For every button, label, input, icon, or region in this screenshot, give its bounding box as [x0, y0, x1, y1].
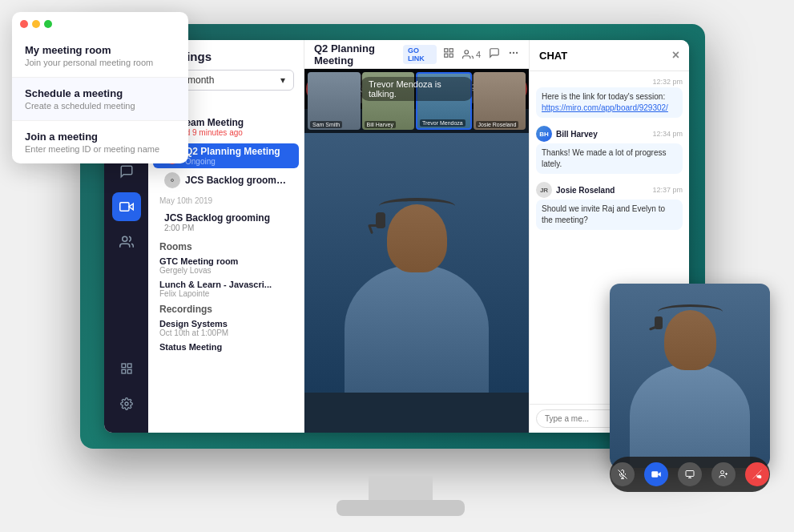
room-item-gtc[interactable]: GTC Meeting room Gergely Lovas	[148, 254, 304, 277]
svg-rect-34	[686, 471, 694, 477]
dropdown-item-schedule-title: Schedule a meeting	[25, 87, 175, 99]
self-view-controls	[610, 457, 770, 492]
sender-time-bill: 12:34 pm	[652, 130, 683, 138]
dropdown-menu: My meeting room Join your personal meeti…	[12, 12, 188, 163]
speaker-label: Trevor Mendoza is talking.	[361, 77, 473, 101]
svg-point-15	[517, 52, 518, 53]
svg-rect-12	[449, 54, 453, 57]
chat-sender-row-josie: JR Josie Roseland 12:37 pm	[536, 182, 683, 198]
svg-point-7	[125, 402, 128, 405]
jcs-backlog-row[interactable]: JCS Backlog grooming	[153, 170, 299, 191]
minimize-button[interactable]	[32, 20, 40, 28]
chevron-down-icon: ▾	[280, 75, 285, 86]
chat-close-button[interactable]: ×	[672, 48, 679, 62]
jcs-dated-title: JCS Backlog grooming	[164, 212, 288, 224]
participant-name-bill: Bill Harvey	[365, 121, 396, 128]
room-name-gtc: GTC Meeting room	[159, 256, 292, 266]
room-item-lunch[interactable]: Lunch & Learn - Javascri... Felix Lapoin…	[148, 277, 304, 300]
chat-message-system: 12:32 pm Here is the link for today's se…	[536, 78, 683, 118]
jcs-dated-item[interactable]: JCS Backlog grooming 2:00 PM	[153, 208, 299, 237]
svg-rect-3	[122, 364, 126, 368]
participant-thumb-josie[interactable]: Josie Roseland	[474, 72, 526, 130]
svg-rect-10	[449, 49, 453, 52]
chat-bubble-bill: Thanks! We made a lot of progress lately…	[536, 143, 683, 174]
chat-sender-row-bill: BH Bill Harvey 12:34 pm	[536, 126, 683, 142]
monitor-base	[337, 500, 465, 516]
q2-meeting-sub: Ongoing	[185, 157, 288, 166]
dropdown-item-myroom[interactable]: My meeting room Join your personal meeti…	[12, 34, 188, 78]
participant-count: 4	[476, 50, 481, 59]
svg-point-16	[510, 52, 510, 53]
maximize-button[interactable]	[44, 20, 52, 28]
q2-meeting-title: Q2 Planning Meeting	[185, 146, 288, 157]
sender-name-bill: Bill Harvey	[556, 130, 598, 139]
recording-name-status: Status Meeting	[159, 342, 292, 352]
recording-item-design[interactable]: Design Systems Oct 10th at 1:00PM	[148, 316, 304, 340]
svg-rect-6	[127, 369, 131, 373]
svg-marker-32	[658, 473, 661, 477]
chat-icon[interactable]	[489, 47, 500, 61]
sv-video-button[interactable]	[644, 462, 668, 486]
chat-link[interactable]: https://miro.com/app/board/929302/	[542, 103, 668, 112]
sender-name-josie: Josie Roseland	[556, 186, 615, 195]
chat-message-bill: BH Bill Harvey 12:34 pm Thanks! We made …	[536, 126, 683, 174]
dropdown-item-join-title: Join a meeting	[25, 131, 175, 143]
grid-view-icon[interactable]	[443, 47, 454, 61]
recordings-section-header: Recordings	[148, 300, 304, 316]
svg-point-14	[513, 52, 514, 53]
svg-rect-33	[652, 472, 659, 478]
recording-sub-design: Oct 10th at 1:00PM	[159, 328, 292, 337]
jcs-meeting-title: JCS Backlog grooming	[185, 175, 288, 186]
participants-icon[interactable]: 4	[462, 49, 481, 60]
participant-name-josie: Josie Roseland	[476, 121, 519, 128]
main-speaker-video	[304, 133, 529, 393]
close-button[interactable]	[20, 20, 28, 28]
svg-rect-9	[445, 49, 448, 52]
svg-point-37	[721, 471, 724, 474]
jcs-dated-sub: 2:00 PM	[164, 224, 288, 232]
dropdown-item-schedule[interactable]: Schedule a meeting Create a scheduled me…	[12, 78, 188, 121]
avatar-josie: JR	[536, 182, 552, 198]
sv-add-button[interactable]	[711, 462, 736, 486]
top-bar: Q2 Planning Meeting GO LINK 4	[304, 40, 529, 69]
sidebar-icon-grid[interactable]	[112, 354, 141, 383]
chat-bubble-system: Here is the link for today's session: ht…	[536, 87, 683, 118]
dropdown-item-myroom-title: My meeting room	[25, 44, 175, 56]
dropdown-item-join[interactable]: Join a meeting Enter meeting ID or meeti…	[12, 121, 188, 163]
more-options-icon[interactable]	[508, 47, 519, 61]
room-owner-gtc: Gergely Lovas	[159, 266, 292, 275]
recording-name-design: Design Systems	[159, 319, 292, 328]
dropdown-item-join-sub: Enter meeting ID or meeting name	[25, 144, 175, 154]
self-view	[610, 284, 770, 468]
date-label: May 10th 2019	[148, 191, 304, 207]
sidebar-icon-people[interactable]	[112, 228, 141, 256]
room-name-lunch: Lunch & Learn - Javascri...	[159, 280, 292, 289]
chat-title: CHAT	[539, 50, 567, 62]
link-badge[interactable]: GO LINK	[403, 45, 437, 64]
chat-time-system: 12:32 pm	[536, 78, 683, 86]
recording-item-status[interactable]: Status Meeting	[148, 340, 304, 354]
rooms-section-header: Rooms	[148, 238, 304, 254]
participant-thumb-sam[interactable]: Sam Smith	[308, 72, 361, 130]
traffic-lights	[20, 20, 52, 28]
sv-mute-button[interactable]	[611, 462, 635, 486]
participant-name-sam: Sam Smith	[310, 121, 342, 128]
app-window: Meetings This month ▾ Today UX Team Meet…	[104, 40, 689, 433]
jcs-dot	[164, 172, 180, 188]
svg-rect-11	[445, 54, 448, 57]
main-content: Q2 Planning Meeting GO LINK 4	[304, 40, 529, 433]
sidebar-icon-video[interactable]	[112, 192, 141, 221]
sender-time-josie: 12:37 pm	[652, 186, 683, 194]
video-area: Sam Smith Bill Harvey Trevor Mendoza Jos…	[304, 69, 529, 433]
chat-message-josie: JR Josie Roseland 12:37 pm Should we inv…	[536, 182, 683, 230]
chat-bubble-josie: Should we invite Raj and Evelyn to the m…	[536, 200, 683, 230]
sv-end-call-button[interactable]	[745, 462, 769, 486]
svg-point-8	[171, 179, 174, 182]
sidebar-icon-settings[interactable]	[112, 389, 141, 418]
meeting-name: Q2 Planning Meeting	[314, 42, 397, 66]
svg-marker-0	[129, 204, 133, 210]
sv-screen-button[interactable]	[678, 462, 702, 486]
chat-header: CHAT ×	[530, 40, 689, 71]
svg-point-13	[465, 50, 469, 54]
dropdown-item-myroom-sub: Join your personal meeting room	[25, 58, 175, 67]
